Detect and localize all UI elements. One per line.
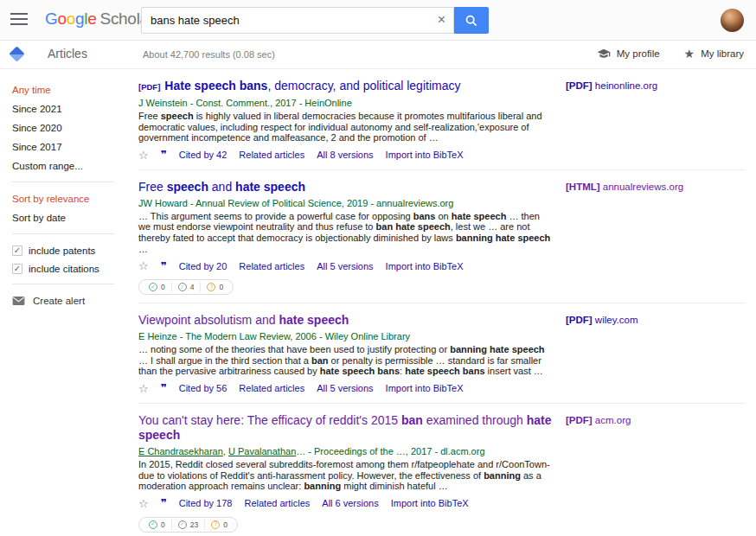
tab-articles: Articles bbox=[48, 47, 87, 61]
result-title-link[interactable]: Free speech and hate speech bbox=[138, 180, 305, 194]
graduation-cap-icon bbox=[597, 47, 611, 61]
save-star-icon[interactable]: ☆ bbox=[138, 259, 149, 272]
bibtex-link[interactable]: Import into BibTeX bbox=[391, 498, 469, 508]
badge-count: 0 bbox=[223, 520, 227, 529]
envelope-icon bbox=[12, 296, 25, 306]
cited-by-link[interactable]: Cited by 20 bbox=[179, 261, 227, 271]
sort-option-sort-by-relevance[interactable]: Sort by relevance bbox=[12, 194, 126, 205]
star-icon: ★ bbox=[684, 48, 695, 60]
hamburger-menu-icon[interactable] bbox=[10, 13, 28, 27]
save-star-icon[interactable]: ☆ bbox=[138, 497, 149, 510]
side-fulltext-link[interactable]: [PDF] heinonline.org bbox=[566, 80, 657, 91]
sidebar-divider bbox=[12, 233, 114, 234]
cited-by-link[interactable]: Cited by 42 bbox=[179, 150, 227, 160]
results-list: [PDF]Hate speech bans, democracy, and po… bbox=[138, 69, 746, 536]
badge-segment: ✓0 bbox=[143, 282, 172, 292]
toolbar: Articles About 42,700 results (0.08 sec)… bbox=[0, 41, 756, 69]
side-fulltext-link[interactable]: [PDF] wiley.com bbox=[566, 315, 638, 325]
result-side: [PDF] wiley.com bbox=[554, 313, 742, 395]
my-library-label: My library bbox=[701, 48, 744, 59]
articles-diamond-icon bbox=[9, 46, 24, 61]
time-filter-any-time[interactable]: Any time bbox=[12, 85, 126, 96]
result-main: Viewpoint absolutism and hate speechE He… bbox=[138, 313, 554, 395]
badge-segment: ∕23 bbox=[172, 520, 205, 530]
author-link[interactable]: U Pavalanathan bbox=[228, 446, 296, 456]
result-snippet: … This argument seems to provide a power… bbox=[138, 211, 554, 254]
time-filter-since-2020[interactable]: Since 2020 bbox=[12, 123, 126, 134]
cite-quote-icon[interactable]: ❞ bbox=[161, 382, 167, 394]
versions-link[interactable]: All 6 versions bbox=[322, 498, 378, 508]
scite-badge[interactable]: ✓0∕23?0 bbox=[138, 517, 238, 533]
cited-by-link[interactable]: Cited by 56 bbox=[179, 383, 227, 393]
bibtex-link[interactable]: Import into BibTeX bbox=[386, 261, 464, 271]
sort-option-list: Sort by relevanceSort by date bbox=[12, 194, 126, 224]
search-icon bbox=[464, 14, 478, 28]
result-title-link[interactable]: Hate speech bans, democracy, and politic… bbox=[164, 79, 460, 93]
results-stats: About 42,700 results (0.08 sec) bbox=[143, 49, 275, 60]
clear-search-icon[interactable]: × bbox=[438, 12, 445, 28]
my-library-button[interactable]: ★ My library bbox=[684, 48, 744, 60]
side-domain: wiley.com bbox=[593, 315, 638, 325]
question-circle: ? bbox=[211, 520, 220, 529]
bibtex-link[interactable]: Import into BibTeX bbox=[386, 150, 464, 160]
badge-segment: ∕4 bbox=[172, 282, 202, 292]
related-articles-link[interactable]: Related articles bbox=[239, 261, 304, 271]
badge-count: 0 bbox=[161, 283, 165, 291]
versions-link[interactable]: All 5 versions bbox=[317, 383, 373, 393]
result-authors: E Chandrasekharan, U Pavalanathan… - Pro… bbox=[138, 445, 554, 457]
result-side: [PDF] heinonline.org bbox=[554, 79, 742, 162]
result-title: [PDF]Hate speech bans, democracy, and po… bbox=[138, 79, 554, 94]
checkbox-label: include citations bbox=[29, 264, 99, 274]
cite-quote-icon[interactable]: ❞ bbox=[161, 260, 167, 272]
header: GoogleScholar × bbox=[0, 0, 756, 41]
time-filter-custom-range[interactable]: Custom range... bbox=[12, 161, 126, 172]
scholar-logo[interactable]: GoogleScholar bbox=[45, 10, 154, 29]
result-actions: ☆❞Cited by 178Related articlesAll 6 vers… bbox=[138, 497, 554, 510]
side-fulltext-link[interactable]: [PDF] acm.org bbox=[566, 415, 631, 425]
create-alert-button[interactable]: Create alert bbox=[12, 296, 126, 306]
side-fulltext-link[interactable]: [HTML] annualreviews.org bbox=[566, 182, 683, 192]
cite-quote-icon[interactable]: ❞ bbox=[161, 149, 167, 161]
time-filter-since-2021[interactable]: Since 2021 bbox=[12, 104, 126, 115]
check-circle: ✓ bbox=[149, 283, 157, 291]
save-star-icon[interactable]: ☆ bbox=[138, 382, 149, 395]
result-actions: ☆❞Cited by 20Related articlesAll 5 versi… bbox=[138, 259, 554, 272]
checkbox-box-icon[interactable]: ✓ bbox=[12, 246, 22, 256]
sort-option-sort-by-date[interactable]: Sort by date bbox=[12, 213, 126, 224]
result-authors: J Weinstein - Const. Comment., 2017 - He… bbox=[138, 97, 554, 109]
cite-quote-icon[interactable]: ❞ bbox=[161, 497, 167, 509]
my-profile-button[interactable]: My profile bbox=[597, 47, 660, 61]
checkbox-include-patents[interactable]: ✓include patents bbox=[12, 246, 126, 256]
result-actions: ☆❞Cited by 42Related articlesAll 8 versi… bbox=[138, 149, 554, 162]
related-articles-link[interactable]: Related articles bbox=[239, 150, 304, 160]
result-title-link[interactable]: You can't stay here: The efficacy of red… bbox=[138, 413, 552, 442]
author-link[interactable]: E Chandrasekharan bbox=[138, 446, 223, 456]
sidebar-divider bbox=[12, 182, 114, 182]
result-snippet: … noting some of the theories that have … bbox=[138, 344, 554, 377]
search-button[interactable] bbox=[454, 7, 489, 34]
search-input[interactable] bbox=[141, 7, 454, 34]
result-main: [PDF]Hate speech bans, democracy, and po… bbox=[138, 79, 554, 162]
search-area: × bbox=[141, 7, 489, 34]
scite-badge[interactable]: ✓0∕4?0 bbox=[138, 279, 234, 295]
save-star-icon[interactable]: ☆ bbox=[138, 149, 149, 162]
result-authors: JW Howard - Annual Review of Political S… bbox=[138, 197, 554, 209]
checkbox-label: include patents bbox=[29, 246, 95, 256]
bibtex-link[interactable]: Import into BibTeX bbox=[386, 383, 464, 393]
time-filter-since-2017[interactable]: Since 2017 bbox=[12, 142, 126, 153]
result-side: [HTML] annualreviews.org bbox=[554, 180, 742, 295]
badge-segment: ✓0 bbox=[143, 520, 172, 530]
result-title-link[interactable]: Viewpoint absolutism and hate speech bbox=[138, 313, 349, 327]
search-result: You can't stay here: The efficacy of red… bbox=[138, 404, 746, 536]
checkbox-include-citations[interactable]: ✓include citations bbox=[12, 264, 126, 274]
versions-link[interactable]: All 5 versions bbox=[317, 261, 373, 271]
search-result: Free speech and hate speechJW Howard - A… bbox=[138, 170, 746, 303]
checkbox-box-icon[interactable]: ✓ bbox=[12, 264, 22, 274]
related-articles-link[interactable]: Related articles bbox=[244, 498, 310, 508]
badge-segment: ?0 bbox=[201, 282, 229, 292]
filters-sidebar: Any timeSince 2021Since 2020Since 2017Cu… bbox=[12, 85, 126, 306]
versions-link[interactable]: All 8 versions bbox=[317, 150, 373, 160]
related-articles-link[interactable]: Related articles bbox=[239, 383, 304, 393]
avatar[interactable] bbox=[721, 9, 744, 32]
cited-by-link[interactable]: Cited by 178 bbox=[179, 498, 233, 508]
